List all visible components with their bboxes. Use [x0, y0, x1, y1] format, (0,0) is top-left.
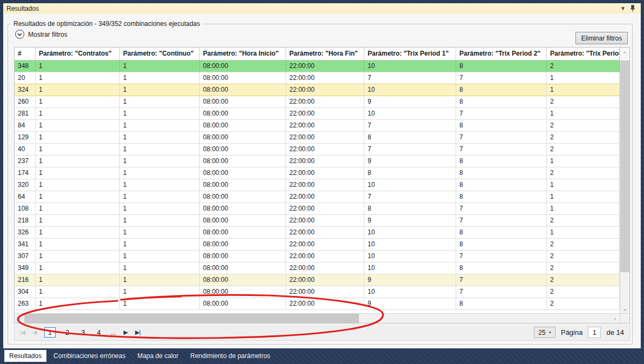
table-cell: 1: [120, 286, 200, 298]
table-cell: 1: [120, 72, 200, 84]
column-header[interactable]: Parámetro: "Trix Period 1": [364, 48, 456, 60]
page-total-label: de 14: [606, 328, 624, 336]
table-cell: 1: [120, 251, 200, 262]
table-cell: 9: [364, 215, 456, 226]
tab-resultados[interactable]: Resultados: [4, 350, 46, 362]
tab-rendimiento-de-par-metros[interactable]: Rendimiento de parámetros: [186, 350, 275, 362]
table-cell: 8: [456, 156, 547, 167]
column-header[interactable]: Parámetro: "Continuo": [120, 48, 200, 60]
table-cell: 9: [364, 298, 456, 309]
table-row[interactable]: 2601108:00:0022:00:00982: [15, 96, 620, 108]
page-number-button[interactable]: 4: [95, 328, 103, 337]
clear-filters-button[interactable]: Eliminar filtros: [575, 32, 628, 44]
table-cell: 08:00:00: [200, 132, 286, 143]
table-cell: 8: [456, 262, 547, 274]
page-ellipsis[interactable]: ...: [111, 329, 116, 336]
table-row[interactable]: 1741108:00:0022:00:00882: [15, 167, 620, 179]
table-row[interactable]: 3481108:00:0022:00:001082: [15, 60, 620, 72]
page-number-button[interactable]: 1: [44, 327, 56, 338]
row-id-cell: 40: [15, 144, 36, 155]
scroll-right-button[interactable]: ›: [610, 314, 620, 323]
page-size-dropdown[interactable]: 25 ▾: [534, 327, 555, 338]
page-number-input[interactable]: [588, 327, 601, 338]
column-header[interactable]: #: [15, 48, 36, 60]
column-header[interactable]: Parámetro: "Hora Fin": [286, 48, 364, 60]
table-cell: 1: [120, 203, 200, 214]
table-row[interactable]: 3071108:00:0022:00:001072: [15, 251, 620, 262]
first-page-button[interactable]: |◀: [20, 329, 25, 336]
horizontal-scrollbar-thumb[interactable]: [24, 314, 359, 323]
table-row[interactable]: 3201108:00:0022:00:001081: [15, 179, 620, 191]
column-header[interactable]: Parámetro: "Trix Perioc: [547, 48, 620, 60]
next-page-button[interactable]: ▶: [124, 329, 127, 336]
column-header[interactable]: Parámetro: "Contratos": [36, 48, 120, 60]
table-cell: 22:00:00: [286, 215, 364, 226]
row-id-cell: 84: [15, 120, 36, 131]
vertical-scrollbar-thumb[interactable]: [620, 60, 629, 272]
table-cell: 1: [36, 215, 120, 226]
table-cell: 1: [36, 298, 120, 309]
table-row[interactable]: 641108:00:0022:00:00781: [15, 191, 620, 203]
scroll-down-button[interactable]: ⌄: [620, 304, 629, 313]
tab-combinaciones-err-neas[interactable]: Combinaciones erróneas: [49, 350, 130, 362]
page-number-button[interactable]: 2: [63, 328, 71, 337]
table-cell: 1: [36, 239, 120, 250]
page-number-button[interactable]: 3: [79, 328, 87, 337]
table-row[interactable]: 1081108:00:0022:00:00871: [15, 203, 620, 215]
table-cell: 7: [456, 286, 547, 298]
table-cell: 1: [547, 191, 620, 203]
pin-icon[interactable]: [628, 4, 638, 12]
table-cell: 7: [364, 72, 456, 84]
bottom-tab-bar: ResultadosCombinaciones erróneasMapa de …: [0, 348, 644, 364]
table-cell: 2: [547, 298, 620, 309]
table-cell: 1: [547, 179, 620, 191]
table-cell: 2: [547, 251, 620, 262]
table-cell: 08:00:00: [200, 191, 286, 203]
horizontal-scrollbar-track[interactable]: [359, 314, 610, 323]
table-row[interactable]: 3261108:00:0022:00:001081: [15, 227, 620, 239]
column-header[interactable]: Parámetro: "Hora Inicio": [200, 48, 286, 60]
table-cell: 1: [120, 239, 200, 250]
table-cell: 1: [547, 203, 620, 214]
row-id-cell: 304: [15, 286, 36, 298]
page-label: Página: [561, 328, 582, 336]
table-cell: 8: [456, 167, 547, 179]
table-row[interactable]: 3491108:00:0022:00:001082: [15, 262, 620, 274]
show-filters-toggle[interactable]: Mostrar filtros: [15, 30, 67, 39]
table-cell: 22:00:00: [286, 203, 364, 214]
horizontal-scrollbar[interactable]: ‹ ›: [15, 313, 620, 323]
table-cell: 08:00:00: [200, 286, 286, 298]
scroll-up-button[interactable]: ⌃: [620, 48, 629, 60]
tab-mapa-de-calor[interactable]: Mapa de calor: [132, 350, 183, 362]
table-cell: 1: [120, 179, 200, 191]
column-header[interactable]: Parámetro: "Trix Period 2": [456, 48, 547, 60]
table-row[interactable]: 2161108:00:0022:00:00972: [15, 274, 620, 286]
table-cell: 1: [36, 156, 120, 167]
table-cell: 1: [36, 120, 120, 131]
table-row[interactable]: 2181108:00:0022:00:00972: [15, 215, 620, 227]
vertical-scrollbar[interactable]: ⌃ ⌄: [620, 48, 629, 313]
table-row[interactable]: 841108:00:0022:00:00782: [15, 120, 620, 132]
scrollbar-corner: [620, 313, 629, 323]
table-row[interactable]: 2631108:00:0022:00:00982: [15, 298, 620, 310]
table-row[interactable]: 1291108:00:0022:00:00872: [15, 132, 620, 144]
table-row[interactable]: 201108:00:0022:00:00771: [15, 72, 620, 84]
table-cell: 1: [120, 120, 200, 131]
table-cell: 7: [456, 203, 547, 214]
table-row[interactable]: 2811108:00:0022:00:001071: [15, 108, 620, 120]
table-row[interactable]: 3411108:00:0022:00:001082: [15, 239, 620, 251]
table-cell: 22:00:00: [286, 227, 364, 238]
row-id-cell: 348: [15, 60, 36, 72]
table-row[interactable]: 3241108:00:0022:00:001081: [15, 84, 620, 96]
row-id-cell: 341: [15, 239, 36, 250]
table-row[interactable]: 3041108:00:0022:00:001072: [15, 286, 620, 298]
table-row[interactable]: 2371108:00:0022:00:00981: [15, 156, 620, 167]
prev-page-button[interactable]: ◀: [32, 329, 36, 336]
collapse-arrow-icon[interactable]: ▼: [618, 4, 628, 12]
scroll-left-button[interactable]: ‹: [15, 314, 24, 323]
last-page-button[interactable]: ▶|: [135, 329, 140, 336]
table-cell: 7: [456, 132, 547, 143]
vertical-scrollbar-track[interactable]: [620, 272, 629, 304]
table-cell: 8: [364, 167, 456, 179]
table-row[interactable]: 401108:00:0022:00:00772: [15, 144, 620, 156]
